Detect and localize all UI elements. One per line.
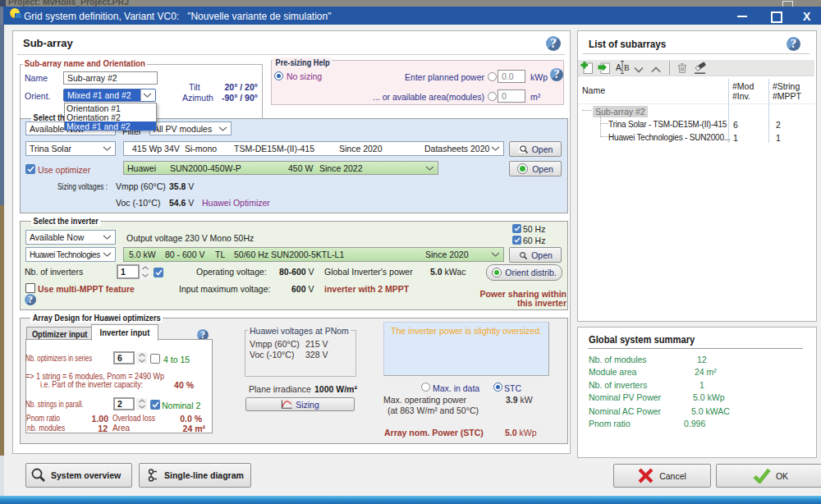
svg-text:A: A: [616, 63, 621, 72]
svg-text:B: B: [624, 63, 630, 72]
